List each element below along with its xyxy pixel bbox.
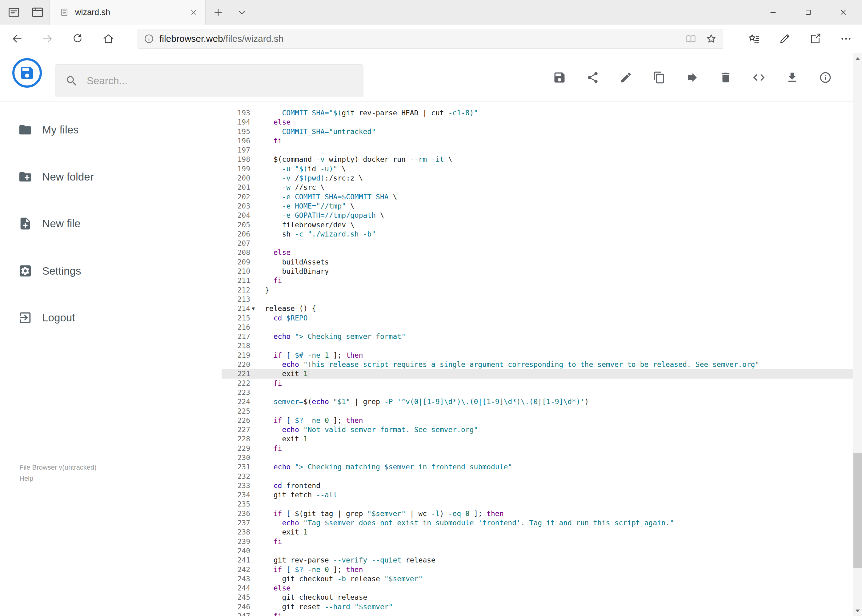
line-number[interactable]: 228 (222, 434, 250, 443)
line-number[interactable]: 222 (222, 379, 250, 388)
code-text[interactable]: -w //src \ (265, 183, 853, 192)
line-number[interactable]: 211 (222, 276, 250, 285)
line-number[interactable]: 213 (222, 295, 250, 304)
code-line[interactable]: 227 echo "Not valid semver format. See s… (222, 425, 853, 434)
move-button[interactable] (686, 71, 699, 84)
rename-button[interactable] (619, 71, 633, 84)
line-number[interactable]: 236 (222, 509, 250, 518)
line-number[interactable]: 237 (222, 518, 250, 527)
code-line[interactable]: 215 cd $REPO (222, 313, 853, 323)
code-text[interactable]: if [ $(git tag | grep "$semver" | wc -l)… (265, 509, 853, 518)
code-line[interactable]: 238 exit 1 (222, 527, 853, 537)
line-number[interactable]: 204 (222, 211, 250, 220)
code-line[interactable]: 200 -v /$(pwd):/src:z \ (222, 173, 853, 183)
code-text[interactable]: echo "Tag $semver does not exist in subm… (265, 518, 853, 527)
line-number[interactable]: 216 (222, 323, 250, 332)
code-text[interactable]: -e COMMIT_SHA=$COMMIT_SHA \ (265, 192, 853, 201)
site-info-icon[interactable] (143, 33, 154, 44)
line-number[interactable]: 230 (222, 453, 250, 462)
code-line[interactable]: 223 (222, 388, 853, 397)
line-number[interactable]: 199 (222, 164, 250, 173)
code-text[interactable]: else (265, 118, 853, 127)
line-number[interactable]: 225 (222, 407, 250, 416)
code-line[interactable]: 219 if [ $# -ne 1 ]; then (222, 350, 853, 360)
sidebar-item-new-file[interactable]: New file (0, 208, 222, 239)
line-number[interactable]: 239 (222, 537, 250, 546)
code-text[interactable]: exit 1 (265, 527, 853, 537)
line-number[interactable]: 244 (222, 583, 250, 592)
back-button[interactable] (7, 29, 27, 48)
line-number[interactable]: 217 (222, 332, 250, 341)
search-bar[interactable] (55, 64, 364, 97)
fold-arrow-icon[interactable]: ▾ (250, 304, 265, 313)
code-line[interactable]: 214▾release () { (222, 304, 853, 313)
code-text[interactable]: git checkout -b release "$semver" (265, 574, 853, 583)
code-text[interactable] (265, 323, 853, 332)
line-number[interactable]: 238 (222, 527, 250, 537)
scroll-up-icon[interactable] (853, 53, 862, 64)
scrollbar-thumb[interactable] (853, 453, 862, 568)
code-line[interactable]: 240 (222, 546, 853, 555)
web-note-button[interactable] (775, 29, 794, 48)
sidebar-item-settings[interactable]: Settings (0, 256, 222, 286)
code-text[interactable]: echo "This release script requires a sin… (265, 360, 853, 369)
hub-button[interactable] (744, 29, 764, 48)
code-text[interactable] (265, 453, 853, 462)
sidebar-item-new-folder[interactable]: New folder (0, 162, 222, 192)
line-number[interactable]: 198 (222, 155, 250, 164)
code-line[interactable]: 226 if [ $? -ne 0 ]; then (222, 416, 853, 425)
code-text[interactable]: git rev-parse --verify --quiet release (265, 555, 853, 565)
page-scrollbar[interactable] (853, 53, 862, 616)
code-text[interactable]: cd frontend (265, 481, 853, 490)
code-line[interactable]: 216 (222, 323, 853, 332)
code-text[interactable]: sh -c "./wizard.sh -b" (265, 229, 853, 239)
line-number[interactable]: 202 (222, 192, 250, 201)
line-number[interactable]: 218 (222, 341, 250, 350)
browser-tab[interactable]: wizard.sh (50, 0, 206, 25)
code-line[interactable]: 210 buildBinary (222, 267, 853, 276)
line-number[interactable]: 246 (222, 602, 250, 611)
raw-code-button[interactable] (752, 71, 766, 84)
code-text[interactable]: $(command -v winpty) docker run --rm -it… (265, 155, 853, 164)
line-number[interactable]: 232 (222, 472, 250, 481)
code-line[interactable]: 196 fi (222, 136, 853, 146)
line-number[interactable]: 242 (222, 565, 250, 574)
code-line[interactable]: 193 COMMIT_SHA="$(git rev-parse HEAD | c… (222, 108, 853, 118)
code-text[interactable] (265, 500, 853, 509)
app-logo[interactable] (12, 58, 42, 88)
line-number[interactable]: 195 (222, 127, 250, 136)
code-text[interactable]: release () { (265, 304, 853, 313)
address-bar[interactable]: filebrowser.web/files/wizard.sh (137, 29, 723, 49)
line-number[interactable]: 209 (222, 258, 250, 267)
code-line[interactable]: 222 fi (222, 379, 853, 388)
code-line[interactable]: 243 git checkout -b release "$semver" (222, 574, 853, 583)
line-number[interactable]: 193 (222, 108, 250, 118)
minimize-button[interactable] (760, 0, 786, 25)
line-number[interactable]: 208 (222, 248, 250, 257)
code-text[interactable]: exit 1 (265, 434, 853, 443)
code-text[interactable]: COMMIT_SHA="$(git rev-parse HEAD | cut -… (265, 108, 853, 118)
code-line[interactable]: 239 fi (222, 537, 853, 546)
code-text[interactable]: filebrowser/dev \ (265, 220, 853, 229)
line-number[interactable]: 243 (222, 574, 250, 583)
line-number[interactable]: 235 (222, 500, 250, 509)
code-text[interactable]: fi (265, 444, 853, 453)
code-line[interactable]: 213 (222, 295, 853, 304)
line-number[interactable]: 221 (222, 369, 250, 378)
code-line[interactable]: 220 echo "This release script requires a… (222, 360, 853, 369)
code-text[interactable]: if [ $? -ne 0 ]; then (265, 416, 853, 425)
code-line[interactable]: 234 git fetch --all (222, 490, 853, 500)
line-number[interactable]: 205 (222, 220, 250, 229)
line-number[interactable]: 212 (222, 285, 250, 295)
tab-preview-button[interactable] (28, 0, 47, 25)
code-text[interactable] (265, 341, 853, 350)
code-text[interactable]: git reset --hard "$semver" (265, 602, 853, 611)
code-line[interactable]: 235 (222, 500, 853, 509)
code-line[interactable]: 202 -e COMMIT_SHA=$COMMIT_SHA \ (222, 192, 853, 201)
line-number[interactable]: 215 (222, 313, 250, 323)
code-text[interactable]: } (265, 285, 853, 295)
code-line[interactable]: 203 -e HOME="//tmp" \ (222, 201, 853, 211)
line-number[interactable]: 214 (222, 304, 250, 313)
code-text[interactable]: -e HOME="//tmp" \ (265, 201, 853, 211)
forward-button[interactable] (38, 29, 57, 48)
